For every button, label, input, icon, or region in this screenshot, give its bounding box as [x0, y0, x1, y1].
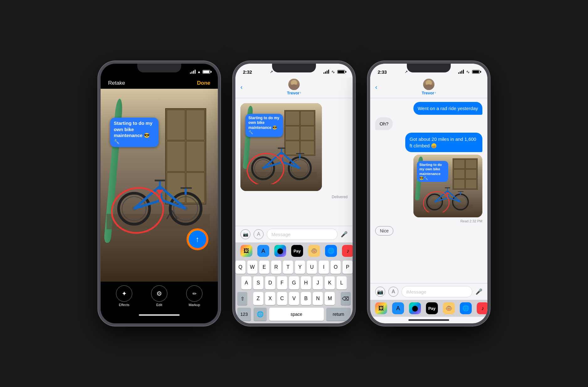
key-o[interactable]: O — [331, 261, 341, 274]
status-bar-2: 2:32 ↗ ∿ — [235, 64, 353, 77]
applepay-3[interactable]: Pay — [426, 302, 438, 314]
back-button-3[interactable]: ‹ — [375, 83, 377, 91]
keyboard-bottom-row: 123 🌐 space return — [235, 306, 353, 322]
colors-app-3[interactable]: ⬤ — [409, 302, 421, 314]
key-t[interactable]: T — [283, 261, 293, 274]
key-q[interactable]: Q — [235, 261, 245, 274]
send-button[interactable]: ↑ — [186, 228, 208, 250]
markup-tool[interactable]: ✏ Markup — [186, 285, 202, 307]
message-input-2[interactable]: Message — [267, 229, 338, 240]
small-bike — [416, 178, 478, 212]
key-j[interactable]: J — [313, 276, 323, 289]
home-indicator-1 — [139, 314, 180, 316]
mic-icon-3[interactable]: 🎤 — [475, 288, 482, 295]
status-icons-1: ▲ — [190, 70, 210, 74]
avatar-2 — [288, 79, 300, 90]
key-f[interactable]: F — [277, 276, 287, 289]
music-app-2[interactable]: ♪ — [342, 245, 353, 257]
contact-header-2[interactable]: Trevor › — [287, 79, 301, 95]
camera-header: Retake Done — [101, 77, 218, 89]
phone-3: 2:33 ↗ ∿ ‹ — [368, 61, 490, 326]
key-v[interactable]: V — [289, 292, 299, 305]
appstore-app-2[interactable]: A — [257, 245, 269, 257]
key-d[interactable]: D — [265, 276, 275, 289]
camera-icon-2[interactable]: 📷 — [240, 229, 250, 239]
key-s[interactable]: S — [253, 276, 263, 289]
appstore-icon-2[interactable]: A — [254, 229, 264, 239]
messages-scroll-3: Went on a rad ride yesterday Oh? Got abo… — [370, 98, 487, 283]
phone1-screen: ▲ Retake Done — [101, 64, 218, 323]
status-bar-3: 2:33 ↗ ∿ — [370, 64, 487, 77]
location-icon-3: ↗ — [405, 70, 408, 74]
monkey-app-2[interactable]: 🐵 — [308, 245, 320, 257]
globe-app-3[interactable]: 🌐 — [460, 302, 472, 314]
appstore-icon-3[interactable]: A — [388, 287, 398, 297]
delete-key[interactable]: ⌫ — [341, 292, 351, 305]
key-c[interactable]: C — [277, 292, 287, 305]
key-m[interactable]: M — [325, 292, 335, 305]
globe-app-2[interactable]: 🌐 — [325, 245, 337, 257]
home-indicator-3 — [408, 319, 449, 321]
status-icons-2: ∿ — [323, 69, 345, 74]
delivered-label: Delivered — [235, 194, 353, 200]
battery-icon-3 — [472, 70, 480, 74]
key-y[interactable]: Y — [295, 261, 305, 274]
nice-suggestion[interactable]: Nice — [370, 225, 487, 237]
bike-in-message — [244, 133, 317, 184]
status-time-2: 2:32 — [243, 69, 252, 75]
mic-icon-2[interactable]: 🎤 — [341, 231, 348, 238]
input-bar-3: 📷 A iMessage 🎤 — [370, 283, 487, 300]
key-g[interactable]: G — [289, 276, 299, 289]
signal-icon-2 — [323, 70, 329, 74]
monkey-app-3[interactable]: 🐵 — [443, 302, 455, 314]
message-row-1: Went on a rad ride yesterday — [370, 101, 487, 116]
retake-button[interactable]: Retake — [108, 80, 125, 86]
app-row-3: 🖼 A ⬤ Pay 🐵 🌐 ♪ — [370, 300, 487, 317]
key-n[interactable]: N — [313, 292, 323, 305]
bottom-toolbar: ✦ Effects ⚙ Edit ✏ Markup — [101, 282, 218, 323]
shift-key[interactable]: ⇧ — [237, 292, 247, 305]
effects-tool[interactable]: ✦ Effects — [116, 285, 132, 307]
key-u[interactable]: U — [307, 261, 317, 274]
return-key[interactable]: return — [326, 308, 351, 321]
key-b[interactable]: B — [301, 292, 311, 305]
key-a[interactable]: A — [241, 276, 251, 289]
key-k[interactable]: K — [325, 276, 335, 289]
status-bar-1: ▲ — [101, 64, 218, 77]
key-p[interactable]: P — [343, 261, 353, 274]
contact-header-3[interactable]: Trevor › — [422, 79, 436, 95]
key-z[interactable]: Z — [253, 292, 263, 305]
key-w[interactable]: W — [247, 261, 257, 274]
imessage-input-3[interactable]: iMessage — [402, 286, 472, 297]
colors-app-2[interactable]: ⬤ — [274, 245, 286, 257]
message-row-3: Got about 20 miles in and 1,600 ft climb… — [370, 131, 487, 153]
phone3-screen: 2:33 ↗ ∿ ‹ — [370, 64, 487, 323]
nav-bar-3: ‹ Trevor › — [370, 77, 487, 98]
back-button-2[interactable]: ‹ — [240, 83, 243, 91]
image-message-3: Starting to do my own bike maintenance 😎… — [413, 155, 482, 217]
edit-tool[interactable]: ⚙ Edit — [151, 285, 167, 307]
numbers-key[interactable]: 123 — [237, 308, 251, 321]
key-r[interactable]: R — [271, 261, 281, 274]
applepay-2[interactable]: Pay — [291, 245, 303, 257]
bubble-outgoing-2: Got about 20 miles in and 1,600 ft climb… — [405, 133, 482, 152]
globe-key[interactable]: 🌐 — [254, 308, 267, 321]
key-h[interactable]: H — [301, 276, 311, 289]
battery-icon-2 — [337, 70, 345, 74]
bubble-outgoing-1: Went on a rad ride yesterday — [413, 102, 482, 115]
phone-1: ▲ Retake Done — [98, 61, 220, 326]
music-app-3[interactable]: ♪ — [477, 302, 487, 314]
done-button[interactable]: Done — [197, 80, 211, 86]
appstore-app-3[interactable]: A — [392, 302, 404, 314]
key-l[interactable]: L — [337, 276, 347, 289]
messages-area-2: Starting to do my own bike maintenance 😎… — [235, 98, 353, 226]
key-x[interactable]: X — [265, 292, 275, 305]
photos-app-2[interactable]: 🖼 — [240, 245, 252, 257]
photos-app-3[interactable]: 🖼 — [375, 302, 387, 314]
key-i[interactable]: I — [319, 261, 329, 274]
image-message-2: Starting to do my own bike maintenance 😎… — [240, 103, 322, 191]
key-e[interactable]: E — [259, 261, 269, 274]
camera-icon-3[interactable]: 📷 — [375, 287, 385, 297]
wifi-icon-3: ∿ — [466, 69, 470, 74]
space-key[interactable]: space — [269, 308, 324, 321]
